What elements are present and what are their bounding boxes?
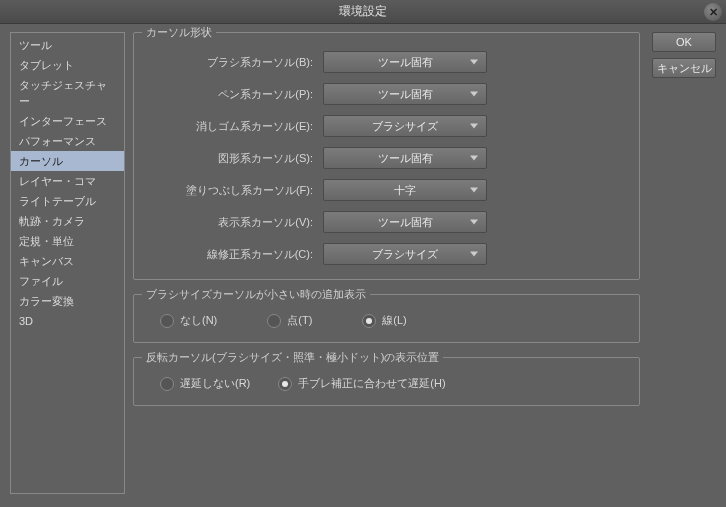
legend-cursor-shape: カーソル形状 — [142, 25, 216, 40]
cancel-button-label: キャンセル — [657, 61, 712, 76]
dropdown-value: ブラシサイズ — [372, 119, 438, 134]
cursor-dropdown[interactable]: ツール固有 — [323, 211, 487, 233]
cursor-row-label: 表示系カーソル(V): — [148, 215, 323, 230]
sidebar-item[interactable]: ツール — [11, 35, 124, 55]
dropdown-value: ブラシサイズ — [372, 247, 438, 262]
body: ツールタブレットタッチジェスチャーインターフェースパフォーマンスカーソルレイヤー… — [0, 24, 726, 507]
ok-button[interactable]: OK — [652, 32, 716, 52]
cursor-row: 表示系カーソル(V):ツール固有 — [148, 211, 625, 233]
chevron-down-icon — [470, 188, 478, 193]
sidebar-item[interactable]: 定規・単位 — [11, 231, 124, 251]
chevron-down-icon — [470, 60, 478, 65]
fieldset-brush-small: ブラシサイズカーソルが小さい時の追加表示 なし(N)点(T)線(L) — [133, 294, 640, 343]
sidebar-item[interactable]: タッチジェスチャー — [11, 75, 124, 111]
dropdown-value: ツール固有 — [378, 87, 433, 102]
main-panel: カーソル形状 ブラシ系カーソル(B):ツール固有ペン系カーソル(P):ツール固有… — [133, 32, 640, 497]
sidebar-item[interactable]: パフォーマンス — [11, 131, 124, 151]
radio-label: 手ブレ補正に合わせて遅延(H) — [298, 376, 445, 391]
dropdown-value: 十字 — [394, 183, 416, 198]
sidebar-item[interactable]: ライトテーブル — [11, 191, 124, 211]
ok-button-label: OK — [676, 36, 692, 48]
radio-icon — [278, 377, 292, 391]
cursor-row: ブラシ系カーソル(B):ツール固有 — [148, 51, 625, 73]
chevron-down-icon — [470, 220, 478, 225]
chevron-down-icon — [470, 92, 478, 97]
cursor-row-label: 塗りつぶし系カーソル(F): — [148, 183, 323, 198]
cursor-row: 図形系カーソル(S):ツール固有 — [148, 147, 625, 169]
close-button[interactable]: ✕ — [704, 3, 722, 21]
sidebar-item[interactable]: タブレット — [11, 55, 124, 75]
cursor-dropdown[interactable]: ブラシサイズ — [323, 243, 487, 265]
legend-brush-small: ブラシサイズカーソルが小さい時の追加表示 — [142, 287, 370, 302]
radio-option[interactable]: なし(N) — [160, 313, 217, 328]
sidebar-item[interactable]: カラー変換 — [11, 291, 124, 311]
chevron-down-icon — [470, 124, 478, 129]
cursor-dropdown[interactable]: ツール固有 — [323, 51, 487, 73]
radio-option[interactable]: 手ブレ補正に合わせて遅延(H) — [278, 376, 445, 391]
sidebar: ツールタブレットタッチジェスチャーインターフェースパフォーマンスカーソルレイヤー… — [10, 32, 125, 494]
radio-option[interactable]: 点(T) — [267, 313, 312, 328]
radio-icon — [362, 314, 376, 328]
radio-label: 遅延しない(R) — [180, 376, 250, 391]
right-buttons: OK キャンセル — [652, 32, 716, 497]
fieldset-invert: 反転カーソル(ブラシサイズ・照準・極小ドット)の表示位置 遅延しない(R)手ブレ… — [133, 357, 640, 406]
sidebar-item[interactable]: 3D — [11, 311, 124, 331]
cursor-dropdown[interactable]: 十字 — [323, 179, 487, 201]
radio-label: 線(L) — [382, 313, 406, 328]
sidebar-item[interactable]: 軌跡・カメラ — [11, 211, 124, 231]
fieldset-cursor-shape: カーソル形状 ブラシ系カーソル(B):ツール固有ペン系カーソル(P):ツール固有… — [133, 32, 640, 280]
radio-icon — [267, 314, 281, 328]
radio-icon — [160, 314, 174, 328]
radio-option[interactable]: 遅延しない(R) — [160, 376, 250, 391]
sidebar-item[interactable]: インターフェース — [11, 111, 124, 131]
chevron-down-icon — [470, 252, 478, 257]
sidebar-item[interactable]: カーソル — [11, 151, 124, 171]
sidebar-item[interactable]: レイヤー・コマ — [11, 171, 124, 191]
radio-label: なし(N) — [180, 313, 217, 328]
cursor-dropdown[interactable]: ツール固有 — [323, 83, 487, 105]
cursor-row: 消しゴム系カーソル(E):ブラシサイズ — [148, 115, 625, 137]
cursor-row: 塗りつぶし系カーソル(F):十字 — [148, 179, 625, 201]
dropdown-value: ツール固有 — [378, 151, 433, 166]
cursor-row-label: 消しゴム系カーソル(E): — [148, 119, 323, 134]
legend-invert: 反転カーソル(ブラシサイズ・照準・極小ドット)の表示位置 — [142, 350, 443, 365]
window-title: 環境設定 — [339, 3, 387, 20]
sidebar-item[interactable]: キャンバス — [11, 251, 124, 271]
close-icon: ✕ — [709, 6, 718, 19]
cursor-row-label: 線修正系カーソル(C): — [148, 247, 323, 262]
radio-icon — [160, 377, 174, 391]
sidebar-item[interactable]: ファイル — [11, 271, 124, 291]
chevron-down-icon — [470, 156, 478, 161]
cursor-row-label: ブラシ系カーソル(B): — [148, 55, 323, 70]
titlebar: 環境設定 ✕ — [0, 0, 726, 24]
dropdown-value: ツール固有 — [378, 55, 433, 70]
cursor-dropdown[interactable]: ツール固有 — [323, 147, 487, 169]
cursor-row-label: 図形系カーソル(S): — [148, 151, 323, 166]
cursor-row: ペン系カーソル(P):ツール固有 — [148, 83, 625, 105]
radio-option[interactable]: 線(L) — [362, 313, 406, 328]
cancel-button[interactable]: キャンセル — [652, 58, 716, 78]
cursor-dropdown[interactable]: ブラシサイズ — [323, 115, 487, 137]
radio-label: 点(T) — [287, 313, 312, 328]
cursor-row-label: ペン系カーソル(P): — [148, 87, 323, 102]
cursor-row: 線修正系カーソル(C):ブラシサイズ — [148, 243, 625, 265]
dropdown-value: ツール固有 — [378, 215, 433, 230]
